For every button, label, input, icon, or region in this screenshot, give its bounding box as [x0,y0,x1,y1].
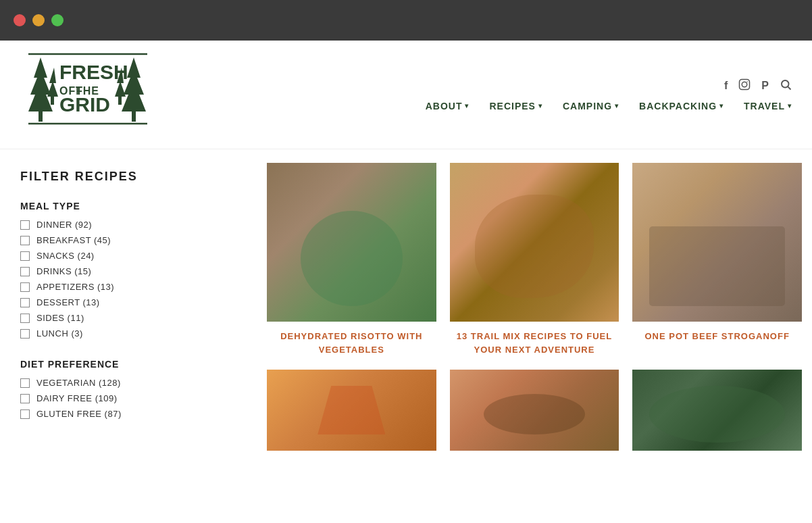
filter-snacks[interactable]: SNACKS (24) [20,251,236,261]
snacks-label: SNACKS (24) [36,251,95,261]
filter-dinner[interactable]: DINNER (92) [20,220,236,230]
nav-about[interactable]: ABOUT ▾ [426,101,470,111]
nav-travel[interactable]: TRAVEL ▾ [744,101,792,111]
recipe-card-bag[interactable] [267,370,436,451]
svg-text:GRID: GRID [59,93,110,116]
svg-point-16 [747,81,748,82]
filter-breakfast[interactable]: BREAKFAST (45) [20,235,236,245]
nav-area: f P ABOUT ▾ RECIPES [426,78,792,111]
filter-appetizers[interactable]: APPETIZERS (13) [20,282,236,292]
breakfast-checkbox[interactable] [20,236,30,245]
sidebar: FILTER RECIPES MEAL TYPE DINNER (92) BRE… [0,163,257,459]
logo-area: FRESH OFF THE GRID [20,51,155,139]
dinner-checkbox[interactable] [20,220,30,230]
recipe-image-risotto [267,163,436,322]
dairy-free-label: DAIRY FREE (109) [36,393,118,403]
filter-sides[interactable]: SIDES (11) [20,313,236,323]
recipe-title-stroganoff: ONE POT BEEF STROGANOFF [632,330,802,343]
diet-preference-title: DIET PREFERENCE [20,359,236,370]
main-nav: ABOUT ▾ RECIPES ▾ CAMPING ▾ BACKPACKING … [426,101,792,111]
svg-point-17 [782,80,789,88]
svg-marker-2 [47,68,58,97]
titlebar [0,0,812,41]
snacks-checkbox[interactable] [20,251,30,261]
social-icons: f P [724,78,792,94]
recipe-card-skillet[interactable] [632,370,802,451]
appetizers-label: APPETIZERS (13) [36,282,114,292]
svg-rect-3 [51,97,54,105]
recipe-image-stroganoff [632,163,802,322]
sides-label: SIDES (11) [36,313,84,323]
nav-recipes[interactable]: RECIPES ▾ [489,101,542,111]
dairy-free-checkbox[interactable] [20,394,30,403]
sides-checkbox[interactable] [20,314,30,323]
filter-vegetarian[interactable]: VEGETARIAN (128) [20,378,236,388]
vegetarian-checkbox[interactable] [20,378,30,388]
pinterest-icon[interactable]: P [761,80,769,92]
svg-line-18 [788,86,790,89]
svg-point-15 [742,82,748,87]
minimize-button[interactable] [32,14,45,26]
camping-dropdown-arrow: ▾ [615,102,619,109]
recipe-image-skillet [632,370,802,451]
diet-preference-section: DIET PREFERENCE VEGETARIAN (128) DAIRY F… [20,359,236,419]
nav-camping[interactable]: CAMPING ▾ [563,101,619,111]
filter-gluten-free[interactable]: GLUTEN FREE (87) [20,409,236,419]
meal-type-title: MEAL TYPE [20,201,236,211]
svg-rect-1 [39,111,43,122]
recipe-card-trailmix[interactable]: 13 TRAIL MIX RECIPES TO FUEL YOUR NEXT A… [450,163,619,356]
filter-lunch[interactable]: LUNCH (3) [20,328,236,339]
recipe-grid: DEHYDRATED RISOTTO WITH VEGETABLES 13 TR… [257,163,812,459]
recipe-image-trailmix [450,163,619,322]
meal-type-section: MEAL TYPE DINNER (92) BREAKFAST (45) SNA… [20,201,236,339]
recipe-image-bowl [450,370,619,451]
dessert-checkbox[interactable] [20,298,30,307]
appetizers-checkbox[interactable] [20,282,30,292]
lunch-checkbox[interactable] [20,329,30,339]
filter-title: FILTER RECIPES [20,170,236,184]
filter-drinks[interactable]: DRINKS (15) [20,266,236,276]
travel-dropdown-arrow: ▾ [788,102,792,109]
about-dropdown-arrow: ▾ [465,102,469,109]
lunch-label: LUNCH (3) [36,328,83,339]
backpacking-dropdown-arrow: ▾ [719,102,724,109]
gluten-free-checkbox[interactable] [20,409,30,419]
close-button[interactable] [14,14,26,26]
svg-marker-0 [28,57,53,111]
recipe-card-risotto[interactable]: DEHYDRATED RISOTTO WITH VEGETABLES [267,163,436,356]
filter-dairy-free[interactable]: DAIRY FREE (109) [20,393,236,403]
breakfast-label: BREAKFAST (45) [36,235,111,245]
recipe-title-risotto: DEHYDRATED RISOTTO WITH VEGETABLES [267,330,436,356]
site-logo[interactable]: FRESH OFF THE GRID [20,51,155,139]
recipe-card-bowl[interactable] [450,370,619,451]
drinks-label: DRINKS (15) [36,266,91,276]
drinks-checkbox[interactable] [20,267,30,276]
vegetarian-label: VEGETARIAN (128) [36,378,121,388]
site-header: FRESH OFF THE GRID f [0,41,812,149]
main-container: FILTER RECIPES MEAL TYPE DINNER (92) BRE… [0,149,812,473]
instagram-icon[interactable] [738,78,751,94]
nav-backpacking[interactable]: BACKPACKING ▾ [639,101,724,111]
recipes-dropdown-arrow: ▾ [538,102,542,109]
svg-rect-11 [118,97,122,105]
recipe-image-bag [267,370,436,451]
svg-rect-14 [740,79,750,89]
recipe-card-stroganoff[interactable]: ONE POT BEEF STROGANOFF [632,163,802,356]
gluten-free-label: GLUTEN FREE (87) [36,409,122,419]
recipe-title-trailmix: 13 TRAIL MIX RECIPES TO FUEL YOUR NEXT A… [450,330,619,356]
svg-text:FRESH: FRESH [59,61,128,83]
filter-dessert[interactable]: DESSERT (13) [20,297,236,307]
maximize-button[interactable] [51,14,64,26]
facebook-icon[interactable]: f [724,80,728,92]
dinner-label: DINNER (92) [36,220,92,230]
search-icon[interactable] [780,78,792,94]
svg-rect-9 [132,111,136,122]
dessert-label: DESSERT (13) [36,297,100,307]
